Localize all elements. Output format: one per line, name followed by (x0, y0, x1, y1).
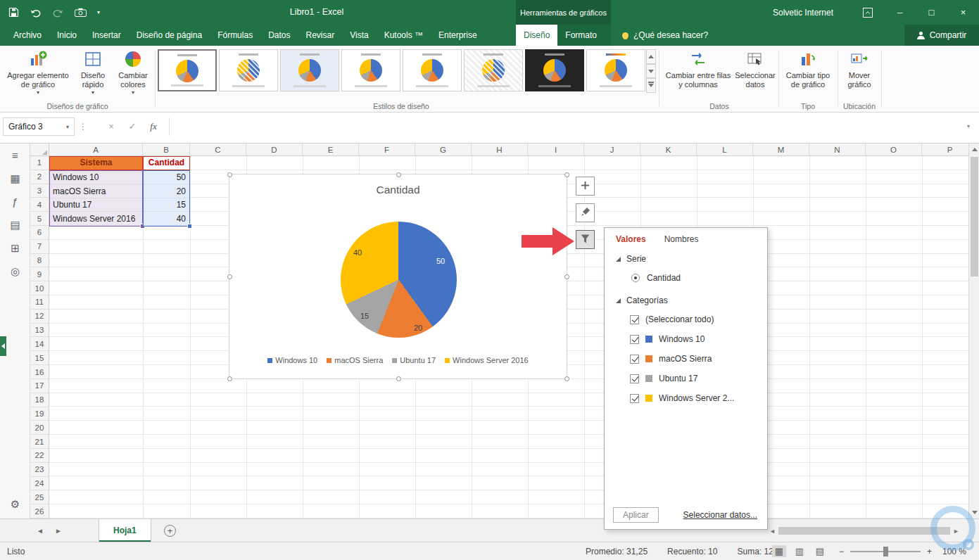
checkbox-icon[interactable] (630, 394, 639, 403)
cell-a5[interactable]: Windows Server 2016 (50, 212, 142, 226)
apply-button[interactable]: Aplicar (613, 507, 659, 523)
column-header-l[interactable]: L (697, 144, 753, 156)
categories-section-header[interactable]: Categorías (616, 295, 668, 305)
zoom-in-icon[interactable]: + (927, 547, 932, 556)
cell-a1[interactable]: Sistema (49, 156, 143, 170)
gallery-scroll-down[interactable] (646, 64, 656, 79)
pane-collapse-handle[interactable] (0, 336, 6, 356)
ribbon-tab-formato[interactable]: Formato (557, 25, 605, 46)
ribbon-tab-kutools[interactable]: Kutools ™ (377, 25, 431, 46)
ribbon-tab-f-rmulas[interactable]: Fórmulas (210, 25, 260, 46)
row-header-15[interactable]: 15 (30, 351, 49, 365)
column-header-j[interactable]: J (584, 144, 640, 156)
column-header-m[interactable]: M (753, 144, 809, 156)
redo-icon[interactable] (52, 8, 64, 18)
column-header-a[interactable]: A (49, 144, 143, 156)
row-header-20[interactable]: 20 (30, 421, 49, 435)
insert-function-icon[interactable]: fx (145, 117, 162, 136)
chart-selection-handle[interactable] (227, 376, 232, 381)
ribbon-tab-inicio[interactable]: Inicio (49, 25, 84, 46)
tab-nombres[interactable]: Nombres (664, 234, 699, 244)
horizontal-scroll-thumb[interactable] (778, 527, 950, 535)
row-header-7[interactable]: 7 (30, 240, 49, 254)
series-section-header[interactable]: Serie (616, 254, 646, 264)
cell-b5[interactable]: 40 (144, 212, 189, 226)
ribbon-tab-vista[interactable]: Vista (342, 25, 376, 46)
formula-icon[interactable]: ƒ (0, 190, 30, 213)
ribbon-display-options-icon[interactable] (852, 0, 884, 25)
move-chart-button[interactable]: Mover gráfico (839, 49, 880, 89)
signed-in-user[interactable]: Solvetic Internet (773, 8, 833, 18)
formula-input[interactable] (169, 117, 959, 136)
new-sheet-button[interactable]: + (164, 525, 176, 537)
column-header-n[interactable]: N (809, 144, 866, 156)
column-header-i[interactable]: I (528, 144, 584, 156)
chart-title[interactable]: Cantidad (229, 184, 567, 196)
zoom-slider-thumb[interactable] (883, 547, 888, 556)
zoom-slider[interactable] (850, 551, 921, 552)
chart-style-option[interactable] (280, 49, 339, 91)
column-header-h[interactable]: H (472, 144, 528, 156)
row-header-6[interactable]: 6 (30, 226, 49, 240)
column-header-k[interactable]: K (640, 144, 697, 156)
row-header-26[interactable]: 26 (30, 504, 49, 518)
tell-me-search[interactable]: ¿Qué desea hacer? (622, 25, 708, 46)
row-header-2[interactable]: 2 (30, 170, 49, 184)
cell-a4[interactable]: Ubuntu 17 (50, 198, 142, 212)
select-all-corner[interactable] (30, 144, 49, 156)
column-header-d[interactable]: D (246, 144, 303, 156)
chart-style-option[interactable] (219, 49, 278, 91)
quick-layout-button[interactable]: Diseño rápido ▾ (75, 49, 111, 98)
normal-view-icon[interactable]: ▦ (772, 545, 786, 557)
chart-selection-handle[interactable] (396, 172, 401, 177)
settings-gear-icon[interactable]: ⚙ (0, 492, 30, 516)
ribbon-tab-revisar[interactable]: Revisar (298, 25, 343, 46)
prev-sheet-icon[interactable]: ◄ (37, 527, 44, 535)
select-data-link[interactable]: Seleccionar datos... (683, 510, 757, 520)
row-header-16[interactable]: 16 (30, 365, 49, 379)
row-header-17[interactable]: 17 (30, 379, 49, 393)
checkbox-icon[interactable] (630, 374, 639, 383)
chart-style-option[interactable] (464, 49, 523, 91)
value-range[interactable]: 50201540 (143, 170, 190, 227)
row-header-13[interactable]: 13 (30, 324, 49, 338)
find-icon[interactable]: ◎ (0, 260, 30, 283)
chart-style-option[interactable] (525, 49, 584, 91)
row-header-22[interactable]: 22 (30, 449, 49, 463)
row-header-8[interactable]: 8 (30, 254, 49, 268)
chart-filters-button[interactable] (576, 230, 595, 249)
filter-option-macos-sierra[interactable]: macOS Sierra (605, 349, 767, 369)
change-colors-button[interactable]: Cambiar colores ▾ (113, 49, 153, 98)
row-header-12[interactable]: 12 (30, 310, 49, 324)
checkbox-icon[interactable] (630, 355, 639, 364)
row-header-24[interactable]: 24 (30, 477, 49, 491)
ribbon-tab-datos[interactable]: Datos (260, 25, 298, 46)
column-header-b[interactable]: B (143, 144, 190, 156)
ribbon-tab-insertar[interactable]: Insertar (84, 25, 129, 46)
zoom-out-icon[interactable]: − (839, 547, 844, 556)
layers-icon[interactable]: ▤ (0, 213, 30, 236)
chart-selection-handle[interactable] (396, 376, 401, 381)
row-header-21[interactable]: 21 (30, 435, 49, 449)
cell-a3[interactable]: macOS Sierra (50, 184, 142, 198)
ribbon-tab-archivo[interactable]: Archivo (6, 25, 49, 46)
maximize-button[interactable]: □ (916, 0, 947, 25)
cell-b1[interactable]: Cantidad (143, 156, 190, 170)
name-box-dropdown-icon[interactable]: ▾ (66, 124, 69, 130)
row-header-25[interactable]: 25 (30, 490, 49, 504)
chart-selection-handle[interactable] (564, 376, 569, 381)
menu-icon[interactable]: ≡ (0, 144, 30, 167)
workbook-grid-icon[interactable]: ▦ (0, 167, 30, 190)
cell-b4[interactable]: 15 (144, 198, 189, 212)
expand-formula-bar-icon[interactable]: ▾ (962, 117, 975, 136)
switch-row-column-button[interactable]: Cambiar entre filas y columnas (664, 49, 732, 89)
row-header-4[interactable]: 4 (30, 198, 49, 212)
scroll-down-icon[interactable] (969, 507, 979, 518)
enter-icon[interactable]: ✓ (124, 117, 141, 136)
category-range[interactable]: Windows 10macOS SierraUbuntu 17Windows S… (49, 170, 143, 227)
row-header-3[interactable]: 3 (30, 184, 49, 198)
cell-a2[interactable]: Windows 10 (50, 171, 142, 185)
filter-option-ubuntu-17[interactable]: Ubuntu 17 (605, 369, 767, 388)
page-layout-view-icon[interactable]: ▥ (792, 545, 807, 557)
share-button[interactable]: Compartir (904, 25, 979, 46)
